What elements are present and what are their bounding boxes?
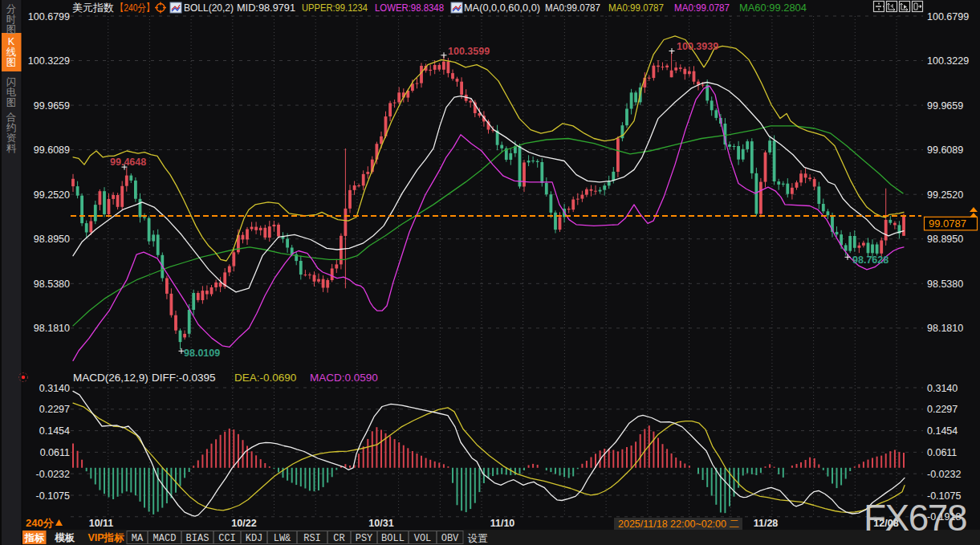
svg-text:0.3140: 0.3140 (927, 383, 958, 394)
svg-text:美元指数: 美元指数 (72, 2, 114, 14)
svg-text:MA0:99.0787: MA0:99.0787 (545, 2, 600, 14)
svg-text:闪: 闪 (6, 76, 17, 87)
svg-text:99.0787: 99.0787 (929, 218, 966, 230)
svg-text:0.2297: 0.2297 (39, 404, 70, 415)
svg-text:MACD(26,12,9): MACD(26,12,9) (73, 372, 148, 384)
svg-text:98.5380: 98.5380 (927, 279, 963, 290)
svg-text:DEA:-0.0690: DEA:-0.0690 (234, 372, 296, 384)
svg-text:约: 约 (6, 122, 17, 133)
svg-text:合: 合 (6, 112, 17, 123)
svg-text:100.6799: 100.6799 (927, 11, 969, 22)
svg-text:CCI: CCI (218, 533, 236, 544)
svg-text:0.0611: 0.0611 (927, 447, 957, 458)
svg-text:图: 图 (6, 97, 17, 108)
svg-text:资: 资 (6, 132, 17, 144)
svg-text:MA(0,0,0,60,0,0): MA(0,0,0,60,0,0) (464, 2, 540, 14)
svg-text:BIAS: BIAS (186, 533, 209, 544)
svg-text:线: 线 (6, 47, 17, 58)
svg-text:模板: 模板 (55, 532, 76, 543)
svg-text:VIP指标: VIP指标 (87, 532, 124, 543)
svg-text:时: 时 (6, 14, 17, 25)
svg-text:10/22: 10/22 (231, 518, 256, 529)
svg-text:MACD: MACD (153, 533, 177, 544)
svg-text:MA: MA (132, 533, 144, 544)
svg-text:100.3229: 100.3229 (927, 55, 969, 67)
svg-text:99.4648: 99.4648 (110, 157, 146, 168)
svg-text:【240分】: 【240分】 (116, 2, 154, 14)
svg-text:98.1810: 98.1810 (34, 323, 70, 334)
svg-text:电: 电 (6, 87, 17, 98)
svg-text:98.8950: 98.8950 (34, 234, 70, 245)
svg-text:99.9659: 99.9659 (927, 100, 963, 112)
svg-text:MID:98.9791: MID:98.9791 (237, 2, 295, 14)
svg-text:99.6089: 99.6089 (927, 144, 963, 156)
svg-text:98.8950: 98.8950 (927, 234, 963, 245)
svg-text:图: 图 (6, 24, 17, 35)
svg-text:指标: 指标 (24, 532, 45, 543)
svg-text:DIFF:-0.0395: DIFF:-0.0395 (152, 372, 216, 384)
svg-text:98.1810: 98.1810 (927, 323, 963, 334)
svg-text:99.9659: 99.9659 (34, 100, 70, 112)
svg-text:MA60:99.2804: MA60:99.2804 (739, 2, 807, 14)
svg-text:OBV: OBV (441, 533, 459, 544)
svg-text:98.7628: 98.7628 (852, 254, 889, 266)
svg-text:0.1454: 0.1454 (927, 425, 958, 437)
svg-text:CR: CR (333, 533, 344, 544)
svg-text:99.2520: 99.2520 (34, 189, 70, 201)
svg-text:-0.0232: -0.0232 (927, 469, 961, 480)
svg-text:0.2297: 0.2297 (927, 404, 958, 415)
svg-text:10/31: 10/31 (368, 518, 393, 529)
svg-text:11/10: 11/10 (490, 518, 515, 529)
svg-text:0.1454: 0.1454 (39, 425, 70, 437)
svg-text:-0.0232: -0.0232 (36, 469, 70, 480)
svg-text:料: 料 (6, 143, 17, 154)
svg-text:FX678: FX678 (864, 497, 966, 539)
svg-text:BOLL: BOLL (381, 533, 405, 544)
svg-text:LOWER:98.8348: LOWER:98.8348 (375, 2, 444, 14)
svg-text:10/11: 10/11 (89, 518, 114, 529)
svg-text:MACD:0.0590: MACD:0.0590 (310, 372, 378, 384)
svg-text:98.0109: 98.0109 (184, 348, 220, 359)
svg-text:MA0:99.0787: MA0:99.0787 (608, 2, 664, 14)
svg-text:0.3140: 0.3140 (39, 383, 70, 394)
svg-text:MA0:99.0787: MA0:99.0787 (674, 2, 730, 14)
svg-text:LW&: LW& (274, 533, 291, 544)
svg-text:100.3599: 100.3599 (448, 46, 490, 57)
svg-text:BOLL(20,2): BOLL(20,2) (184, 2, 234, 14)
svg-text:KDJ: KDJ (246, 533, 263, 544)
svg-text:100.3229: 100.3229 (28, 55, 70, 67)
svg-text:PSY: PSY (356, 533, 373, 544)
svg-text:11/28: 11/28 (754, 518, 779, 529)
svg-text:240分: 240分 (26, 517, 55, 529)
svg-text:设置: 设置 (468, 533, 489, 544)
svg-text:图: 图 (6, 57, 17, 68)
svg-text:UPPER:99.1234: UPPER:99.1234 (302, 2, 368, 14)
svg-text:-0.1075: -0.1075 (36, 490, 70, 502)
svg-text:100.3939: 100.3939 (677, 41, 718, 52)
svg-text:99.6089: 99.6089 (34, 144, 70, 156)
svg-text:分: 分 (6, 3, 17, 14)
svg-text:RSI: RSI (303, 533, 321, 544)
svg-text:K: K (8, 36, 15, 47)
svg-text:VOL: VOL (414, 533, 432, 544)
svg-text:98.5380: 98.5380 (34, 279, 70, 290)
svg-text:100.6799: 100.6799 (28, 11, 70, 22)
svg-text:2025/11/18 22:00~02:00 二: 2025/11/18 22:00~02:00 二 (618, 519, 739, 530)
svg-text:0.0611: 0.0611 (40, 447, 70, 458)
svg-text:99.2520: 99.2520 (927, 189, 963, 201)
